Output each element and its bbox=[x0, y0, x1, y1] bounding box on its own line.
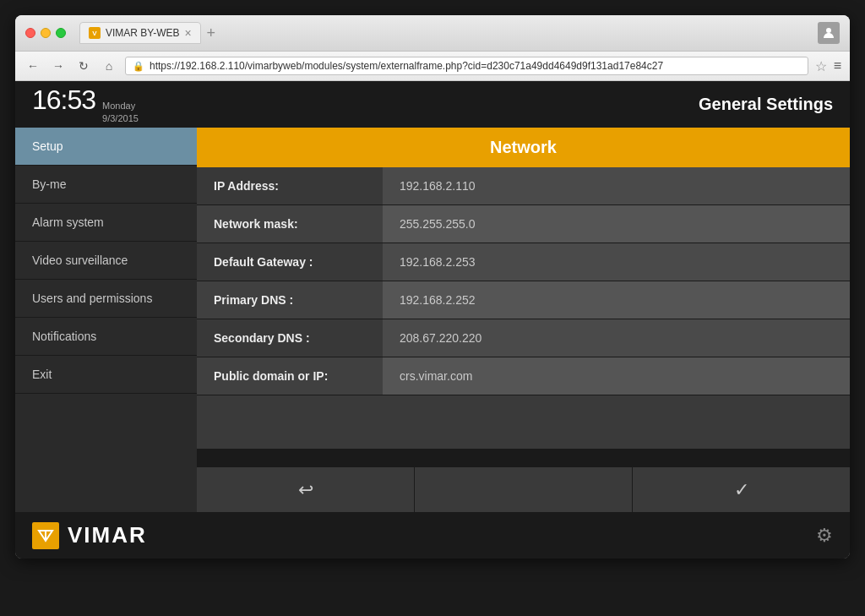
home-button[interactable]: ⌂ bbox=[100, 57, 118, 75]
row-value: 192.168.2.252 bbox=[383, 281, 850, 319]
vimar-logo: VIMAR bbox=[32, 522, 147, 549]
row-value: crs.vimar.com bbox=[383, 357, 850, 395]
maximize-button[interactable] bbox=[56, 28, 66, 38]
address-bar[interactable]: 🔒 https://192.168.2.110/vimarbyweb/modul… bbox=[125, 57, 808, 75]
profile-icon[interactable] bbox=[818, 22, 840, 44]
middle-spacer-btn bbox=[415, 467, 633, 512]
reload-button[interactable]: ↻ bbox=[74, 57, 93, 75]
settings-gear-icon[interactable]: ⚙ bbox=[816, 525, 833, 547]
date-display: Monday 9/3/2015 bbox=[102, 100, 139, 124]
sidebar-item-video-surveillance[interactable]: Video surveillance bbox=[15, 242, 197, 280]
tab-bar: V VIMAR BY-WEB × + bbox=[79, 22, 811, 44]
row-value: 192.168.2.253 bbox=[383, 243, 850, 281]
sidebar-item-users-permissions[interactable]: Users and permissions bbox=[15, 280, 197, 318]
row-label: Default Gateway : bbox=[197, 243, 383, 281]
main-content: Network IP Address: 192.168.2.110 Networ… bbox=[197, 128, 850, 512]
day-label: Monday bbox=[102, 100, 139, 112]
table-row: Network mask: 255.255.255.0 bbox=[197, 205, 850, 243]
table-row: Public domain or IP: crs.vimar.com bbox=[197, 357, 850, 395]
sidebar-item-alarm-system[interactable]: Alarm system bbox=[15, 204, 197, 242]
table-row: Default Gateway : 192.168.2.253 bbox=[197, 243, 850, 281]
sidebar-item-by-me[interactable]: By-me bbox=[15, 166, 197, 204]
sidebar-item-notifications[interactable]: Notifications bbox=[15, 318, 197, 356]
browser-tab[interactable]: V VIMAR BY-WEB × bbox=[79, 22, 201, 44]
back-button[interactable]: ↩ bbox=[197, 467, 415, 512]
back-icon: ↩ bbox=[298, 479, 313, 501]
row-label: Secondary DNS : bbox=[197, 319, 383, 357]
tab-close-icon[interactable]: × bbox=[185, 26, 192, 40]
minimize-button[interactable] bbox=[41, 28, 51, 38]
row-value: 192.168.2.110 bbox=[383, 167, 850, 204]
time-block: 16:53 Monday 9/3/2015 bbox=[32, 84, 139, 124]
check-icon: ✓ bbox=[734, 479, 749, 501]
row-label: Public domain or IP: bbox=[197, 357, 383, 395]
row-value: 255.255.255.0 bbox=[383, 205, 850, 243]
network-section-header: Network bbox=[197, 128, 850, 167]
lock-icon: 🔒 bbox=[133, 61, 144, 72]
time-display: 16:53 bbox=[32, 84, 95, 116]
row-label: IP Address: bbox=[197, 167, 383, 204]
row-value: 208.67.220.220 bbox=[383, 319, 850, 357]
row-label: Network mask: bbox=[197, 205, 383, 243]
table-row: Primary DNS : 192.168.2.252 bbox=[197, 281, 850, 319]
tab-title: VIMAR BY-WEB bbox=[106, 27, 180, 39]
app-body: Setup By-me Alarm system Video surveilla… bbox=[15, 128, 850, 512]
back-nav-button[interactable]: ← bbox=[24, 57, 42, 75]
app-footer: VIMAR ⚙ bbox=[15, 512, 850, 559]
sidebar-item-exit[interactable]: Exit bbox=[15, 356, 197, 394]
menu-icon[interactable]: ≡ bbox=[834, 58, 841, 74]
spacer bbox=[197, 449, 850, 466]
network-table: IP Address: 192.168.2.110 Network mask: … bbox=[197, 167, 850, 449]
page-title: General Settings bbox=[699, 95, 833, 114]
browser-toolbar: ← → ↻ ⌂ 🔒 https://192.168.2.110/vimarbyw… bbox=[15, 52, 850, 81]
browser-frame: V VIMAR BY-WEB × + ← → ↻ ⌂ 🔒 https://192… bbox=[15, 15, 850, 559]
close-button[interactable] bbox=[25, 28, 35, 38]
app-window: 16:53 Monday 9/3/2015 General Settings S… bbox=[15, 81, 850, 559]
row-label: Primary DNS : bbox=[197, 281, 383, 319]
sidebar: Setup By-me Alarm system Video surveilla… bbox=[15, 128, 197, 512]
app-header: 16:53 Monday 9/3/2015 General Settings bbox=[15, 81, 850, 128]
table-row: Secondary DNS : 208.67.220.220 bbox=[197, 319, 850, 357]
vimar-logo-icon bbox=[32, 522, 59, 549]
brand-name: VIMAR bbox=[68, 522, 147, 548]
url-text: https://192.168.2.110/vimarbyweb/modules… bbox=[150, 60, 663, 72]
sidebar-item-setup[interactable]: Setup bbox=[15, 128, 197, 166]
tab-favicon: V bbox=[89, 27, 101, 39]
browser-titlebar: V VIMAR BY-WEB × + bbox=[15, 15, 850, 52]
confirm-button[interactable]: ✓ bbox=[633, 467, 850, 512]
bottom-toolbar: ↩ ✓ bbox=[197, 466, 850, 512]
svg-point-0 bbox=[826, 28, 831, 33]
new-tab-button[interactable]: + bbox=[201, 23, 221, 43]
date-label: 9/3/2015 bbox=[102, 112, 139, 124]
forward-nav-button[interactable]: → bbox=[49, 57, 68, 75]
star-icon[interactable]: ☆ bbox=[815, 58, 827, 74]
traffic-lights bbox=[25, 28, 66, 38]
table-row: IP Address: 192.168.2.110 bbox=[197, 167, 850, 205]
